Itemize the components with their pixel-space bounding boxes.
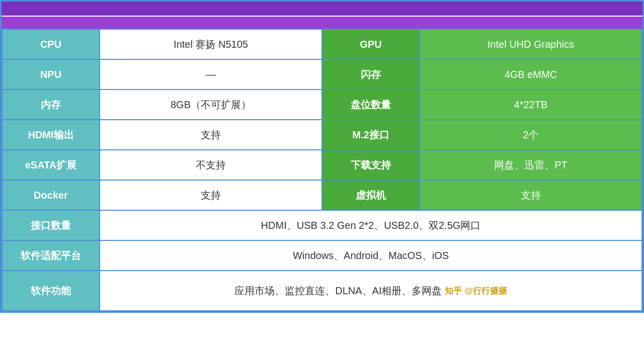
spec-label-wide: 软件功能 — [2, 271, 100, 311]
spec-label-left: CPU — [2, 29, 100, 59]
spec-value-wide: 应用市场、监控直连、DLNA、AI相册、多网盘知乎 @行行摄摄 — [100, 271, 642, 311]
main-container: CPUIntel 赛扬 N5105GPUIntel UHD GraphicsNP… — [0, 0, 644, 313]
spec-value-right: 网盘、迅雷、PT — [420, 150, 642, 180]
table-row-wide: 软件功能应用市场、监控直连、DLNA、AI相册、多网盘知乎 @行行摄摄 — [2, 271, 642, 311]
spec-label-wide: 软件适配平台 — [2, 240, 100, 271]
table-row: CPUIntel 赛扬 N5105GPUIntel UHD Graphics — [2, 29, 642, 59]
table-row-wide: 接口数量HDMI、USB 3.2 Gen 2*2、USB2.0、双2.5G网口 — [2, 210, 642, 240]
spec-label-left: 内存 — [2, 90, 100, 120]
spec-label-right: M.2接口 — [322, 120, 420, 150]
spec-label-right: 盘位数量 — [322, 90, 420, 120]
spec-value-left: 不支持 — [100, 150, 322, 180]
table-row: NPU—闪存4GB eMMC — [2, 59, 642, 90]
price-row — [2, 16, 642, 29]
table-row: 内存8GB（不可扩展）盘位数量4*22TB — [2, 90, 642, 120]
spec-label-right: 闪存 — [322, 59, 420, 90]
spec-table: CPUIntel 赛扬 N5105GPUIntel UHD GraphicsNP… — [2, 29, 642, 311]
table-row-wide: 软件适配平台Windows、Android、MacOS、iOS — [2, 240, 642, 271]
table-row: Docker支持虚拟机支持 — [2, 180, 642, 210]
watermark-text: 知乎 @行行摄摄 — [445, 285, 507, 297]
spec-label-right: 下载支持 — [322, 150, 420, 180]
spec-value-right: 支持 — [420, 180, 642, 210]
spec-value-wide: Windows、Android、MacOS、iOS — [100, 240, 642, 271]
spec-label-wide: 接口数量 — [2, 210, 100, 240]
spec-value-right: Intel UHD Graphics — [420, 29, 642, 59]
spec-value-left: Intel 赛扬 N5105 — [100, 29, 322, 59]
software-value-text: 应用市场、监控直连、DLNA、AI相册、多网盘 — [234, 284, 442, 298]
title-row — [2, 2, 642, 16]
spec-value-right: 2个 — [420, 120, 642, 150]
spec-label-left: NPU — [2, 59, 100, 90]
spec-label-left: eSATA扩展 — [2, 150, 100, 180]
spec-value-left: 支持 — [100, 180, 322, 210]
spec-value-wide: HDMI、USB 3.2 Gen 2*2、USB2.0、双2.5G网口 — [100, 210, 642, 240]
spec-value-right: 4*22TB — [420, 90, 642, 120]
table-row: eSATA扩展不支持下载支持网盘、迅雷、PT — [2, 150, 642, 180]
spec-label-right: 虚拟机 — [322, 180, 420, 210]
spec-label-left: Docker — [2, 180, 100, 210]
table-row: HDMI输出支持M.2接口2个 — [2, 120, 642, 150]
spec-label-left: HDMI输出 — [2, 120, 100, 150]
spec-value-left: 支持 — [100, 120, 322, 150]
spec-value-left: 8GB（不可扩展） — [100, 90, 322, 120]
spec-label-right: GPU — [322, 29, 420, 59]
spec-value-left: — — [100, 59, 322, 90]
spec-value-right: 4GB eMMC — [420, 59, 642, 90]
